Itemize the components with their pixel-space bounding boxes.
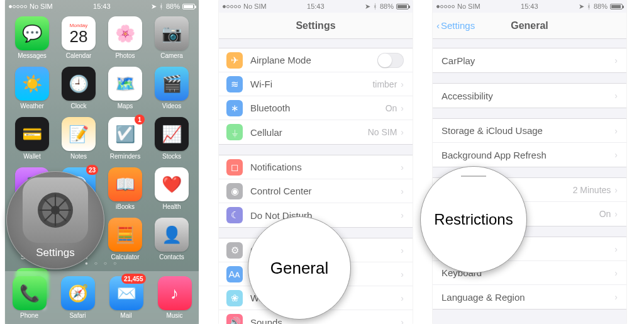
app-phone[interactable]: 📞Phone	[13, 276, 47, 319]
app-icon: 💬	[15, 16, 49, 50]
row-airplane-mode[interactable]: ✈︎Airplane Mode	[219, 48, 413, 72]
back-label: Settings	[441, 20, 475, 31]
app-label: Camera	[160, 52, 183, 59]
clock-label: 15:43	[307, 3, 325, 10]
app-calculator[interactable]: 🧮Calculator	[104, 218, 146, 260]
magnifier-settings: Settings	[6, 171, 104, 269]
row-language-region[interactable]: Language & Region›	[433, 285, 626, 309]
bluetooth-icon: ᚼ	[159, 3, 164, 10]
row-background-app-refresh[interactable]: Background App Refresh›	[433, 143, 626, 167]
chevron-right-icon: ›	[614, 185, 618, 195]
app-maps[interactable]: 🗺️Maps	[104, 67, 146, 109]
location-icon: ➤	[151, 3, 157, 11]
app-camera[interactable]: 📷Camera	[151, 16, 192, 59]
chevron-right-icon: ›	[401, 269, 404, 279]
navbar: Settings	[219, 13, 413, 39]
settings-app-icon[interactable]	[23, 177, 88, 243]
back-button[interactable]: › Settings	[436, 20, 475, 31]
row-label: Accessibility	[441, 91, 614, 101]
app-health[interactable]: ❤️Health	[151, 167, 192, 210]
app-wallet[interactable]: 💳Wallet	[11, 117, 53, 160]
app-label: Clock	[70, 103, 86, 109]
list-group: Storage & iCloud Usage›Background App Re…	[433, 118, 626, 167]
chevron-right-icon: ›	[401, 245, 404, 255]
app-safari[interactable]: 🧭Safari	[61, 276, 95, 319]
row-label: Airplane Mode	[250, 55, 377, 65]
app-weather[interactable]: ☀️Weather	[11, 67, 53, 109]
chevron-right-icon: ›	[401, 186, 404, 196]
row-value: On	[386, 103, 397, 113]
display-brightness-icon: Aᴀ	[226, 266, 243, 282]
bluetooth-icon: ∗	[226, 100, 243, 116]
app-reminders[interactable]: ☑️1Reminders	[104, 117, 146, 160]
battery-icon	[396, 4, 409, 9]
status-bar: No SIM 15:43 ➤ ᚼ 88%	[433, 0, 626, 13]
app-label: Messages	[18, 52, 47, 59]
app-icon: ☀️	[15, 67, 49, 101]
chevron-left-icon: ›	[436, 20, 440, 31]
chevron-right-icon: ›	[401, 210, 404, 220]
app-label: Wallet	[23, 153, 40, 160]
app-videos[interactable]: 🎬Videos	[151, 67, 192, 109]
home-screen: No SIM 15:43 ➤ ᚼ 88% 💬MessagesMonday28Ca…	[5, 0, 199, 324]
chevron-right-icon: ›	[614, 244, 618, 254]
app-mail[interactable]: ✉️21,455Mail	[109, 276, 143, 319]
app-icon: 📖	[108, 167, 142, 201]
chevron-right-icon: ›	[614, 150, 618, 160]
page-title: General	[511, 20, 548, 31]
clock-label: 15:43	[93, 3, 111, 10]
chevron-right-icon: ›	[401, 79, 404, 89]
list-group: ✈︎Airplane Mode≋Wi-Fitimber›∗BluetoothOn…	[219, 48, 413, 145]
app-messages[interactable]: 💬Messages	[11, 16, 53, 59]
row-carplay[interactable]: CarPlay›	[433, 48, 626, 72]
app-calendar[interactable]: Monday28Calendar	[58, 16, 99, 59]
app-icon: ♪	[158, 276, 192, 310]
row-storage-icloud-usage[interactable]: Storage & iCloud Usage›	[433, 119, 626, 143]
chevron-right-icon: ›	[614, 126, 618, 136]
carrier-label: No SIM	[457, 3, 480, 10]
app-notes[interactable]: 📝Notes	[58, 117, 99, 160]
app-label: Mail	[120, 312, 131, 319]
app-label: Calculator	[111, 254, 139, 260]
app-label: Health	[163, 203, 181, 210]
app-music[interactable]: ♪Music	[158, 276, 192, 319]
app-clock[interactable]: 🕘Clock	[58, 67, 99, 109]
battery-pct: 88%	[380, 3, 394, 10]
app-icon: Monday28	[62, 16, 96, 50]
app-photos[interactable]: 🌸Photos	[104, 16, 146, 59]
app-ibooks[interactable]: 📖iBooks	[104, 167, 146, 210]
general-icon: ⚙︎	[226, 242, 243, 259]
control-center-icon: ◉	[226, 183, 243, 199]
app-stocks[interactable]: 📈Stocks	[151, 117, 192, 160]
row-notifications[interactable]: ◻︎Notifications›	[219, 155, 413, 179]
app-contacts[interactable]: 👤Contacts	[151, 218, 192, 260]
row-value: timber	[372, 79, 397, 89]
app-icon: 🌸	[108, 16, 142, 50]
row-label: CarPlay	[441, 55, 614, 66]
app-label: Reminders	[110, 153, 140, 160]
cellular-icon: ⏚	[226, 124, 243, 140]
row-accessibility[interactable]: Accessibility›	[433, 84, 626, 108]
app-icon: ❤️	[155, 167, 189, 201]
row-cellular[interactable]: ⏚CellularNo SIM›	[219, 120, 413, 144]
clock-label: 15:43	[521, 3, 538, 10]
row-wi-fi[interactable]: ≋Wi-Fitimber›	[219, 72, 413, 96]
magnifier-label: Settings	[36, 247, 74, 259]
row-control-center[interactable]: ◉Control Center›	[219, 179, 413, 203]
bluetooth-icon: ᚼ	[587, 3, 591, 10]
app-icon: 💳	[15, 117, 49, 151]
badge: 1	[135, 115, 145, 125]
location-icon: ➤	[365, 3, 370, 11]
row-bluetooth[interactable]: ∗BluetoothOn›	[219, 96, 413, 120]
status-bar: No SIM 15:43 ➤ ᚼ 88%	[219, 0, 413, 13]
app-icon: 🧭	[61, 276, 95, 310]
row-label: Wi-Fi	[250, 79, 372, 89]
magnifier-label: General	[270, 259, 329, 278]
chevron-right-icon: ›	[614, 91, 618, 101]
navbar: › Settings General	[433, 13, 626, 39]
app-icon: 🧮	[108, 218, 142, 252]
bluetooth-icon: ᚼ	[373, 3, 377, 10]
row-label: Control Center	[250, 186, 401, 196]
toggle-switch[interactable]	[377, 53, 404, 68]
app-icon: 🗺️	[108, 67, 142, 101]
